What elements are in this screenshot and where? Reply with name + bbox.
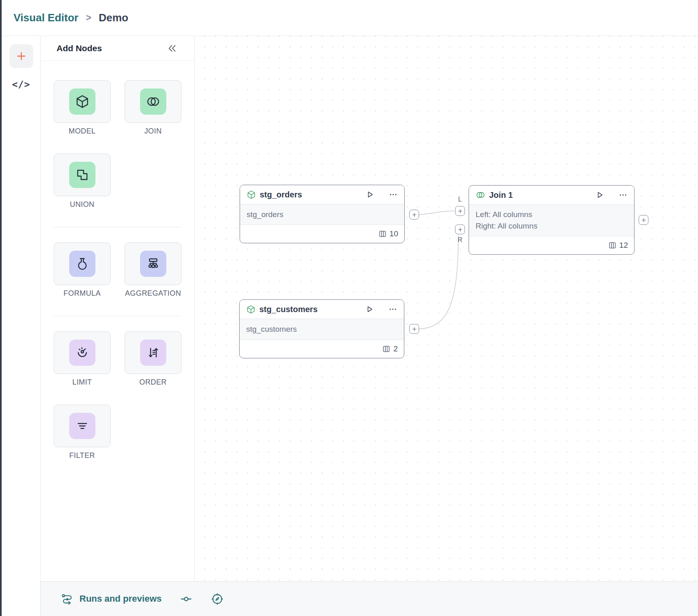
port-stg-orders-output[interactable] [409, 210, 419, 220]
palette-label: FILTER [69, 451, 95, 460]
window-edge-bar [0, 0, 2, 616]
palette-item-aggregation[interactable]: AGGREGATION [125, 242, 181, 298]
palette-item-formula[interactable]: FORMULA [54, 242, 111, 298]
bottom-status-bar: Runs and previews [41, 581, 698, 616]
node-join-1[interactable]: Join 1 Left: All columns Right: All colu… [469, 185, 635, 255]
port-join-output[interactable] [639, 215, 648, 225]
node-subtitle: stg_customers [246, 324, 397, 335]
palette-label: FORMULA [63, 289, 101, 298]
palette-divider [54, 227, 181, 227]
aggregation-tree-icon [146, 256, 161, 271]
union-shapes-icon [75, 168, 90, 182]
palette-item-limit[interactable]: LIMIT [54, 331, 111, 387]
palette-label: JOIN [144, 127, 162, 136]
join-circles-icon [476, 190, 485, 200]
sort-arrows-icon [146, 345, 161, 360]
palette-item-union[interactable]: FORMULA UNION [54, 154, 111, 209]
column-count: 12 [619, 241, 628, 250]
breadcrumb-visual-editor[interactable]: Visual Editor [14, 11, 78, 24]
cube-icon [75, 94, 90, 109]
run-node-button[interactable] [595, 190, 604, 199]
double-chevron-left-icon [167, 43, 177, 53]
ellipsis-icon [619, 190, 628, 199]
model-cube-icon [246, 305, 256, 314]
palette-item-filter[interactable]: FILTER [54, 405, 111, 460]
plus-icon [457, 226, 463, 233]
app-header: Visual Editor > Demo [2, 0, 698, 36]
ellipsis-icon [389, 190, 398, 199]
play-icon [595, 190, 604, 199]
flow-canvas[interactable]: stg_orders stg_orders 10 [195, 36, 698, 581]
left-toolbar: </> [2, 36, 41, 616]
breadcrumb-current-demo: Demo [99, 11, 128, 24]
play-icon [365, 305, 374, 314]
runs-and-previews-label: Runs and previews [79, 593, 162, 604]
gauge-icon [75, 345, 90, 360]
node-title: Join 1 [489, 190, 591, 200]
filter-lines-icon [75, 419, 90, 433]
panel-header: Add Nodes [41, 36, 194, 61]
code-view-button[interactable]: </> [2, 79, 41, 90]
palette-label: UNION [70, 200, 95, 209]
flask-icon [75, 256, 90, 271]
plus-icon [15, 50, 28, 63]
node-menu-button[interactable] [388, 305, 397, 314]
join-left-summary: Left: All columns [476, 209, 628, 220]
node-title: stg_customers [259, 305, 361, 314]
palette-item-join[interactable]: JOIN [125, 80, 181, 136]
node-palette: MODEL JOIN [41, 61, 194, 460]
palette-item-order[interactable]: ORDER [125, 331, 181, 387]
ellipsis-icon [388, 305, 397, 314]
palette-label: LIMIT [72, 378, 92, 387]
node-stg-orders[interactable]: stg_orders stg_orders 10 [240, 185, 405, 243]
run-node-button[interactable] [365, 190, 374, 199]
node-menu-button[interactable] [389, 190, 398, 199]
columns-icon [378, 230, 387, 238]
port-join-right-input[interactable] [455, 224, 465, 234]
palette-label: ORDER [139, 378, 167, 387]
breadcrumb-separator: > [86, 12, 91, 23]
palette-label: MODEL [68, 127, 95, 136]
panel-title: Add Nodes [57, 43, 102, 53]
add-node-button[interactable] [9, 44, 33, 68]
plus-icon [411, 326, 417, 332]
node-menu-button[interactable] [619, 190, 628, 199]
commit-icon[interactable] [180, 593, 193, 605]
palette-divider [54, 316, 181, 316]
node-subtitle: stg_orders [247, 209, 398, 220]
add-nodes-panel: Add Nodes MODEL [41, 36, 195, 581]
node-title: stg_orders [260, 190, 362, 199]
play-icon [365, 190, 374, 199]
plus-icon [457, 208, 463, 214]
join-right-summary: Right: All columns [476, 220, 628, 232]
port-label-left: L [455, 196, 465, 203]
palette-label: AGGREGATION [125, 289, 181, 298]
runs-and-previews-toggle[interactable]: Runs and previews [61, 593, 162, 605]
model-cube-icon [247, 190, 256, 199]
columns-icon [382, 345, 390, 353]
plus-icon [411, 212, 417, 218]
column-count: 2 [393, 344, 398, 353]
palette-item-model[interactable]: MODEL [54, 80, 111, 136]
compass-icon[interactable] [211, 593, 224, 605]
port-join-left-input[interactable] [455, 206, 465, 216]
join-circles-icon [146, 94, 161, 109]
run-node-button[interactable] [365, 305, 374, 314]
node-stg-customers[interactable]: stg_customers stg_customers 2 [239, 299, 404, 358]
pipeline-route-icon [61, 593, 74, 605]
collapse-panel-button[interactable] [167, 43, 177, 53]
column-count: 10 [390, 229, 398, 238]
port-label-right: R [455, 236, 465, 244]
columns-icon [608, 241, 616, 249]
port-stg-customers-output[interactable] [409, 324, 419, 334]
plus-icon [641, 217, 647, 223]
